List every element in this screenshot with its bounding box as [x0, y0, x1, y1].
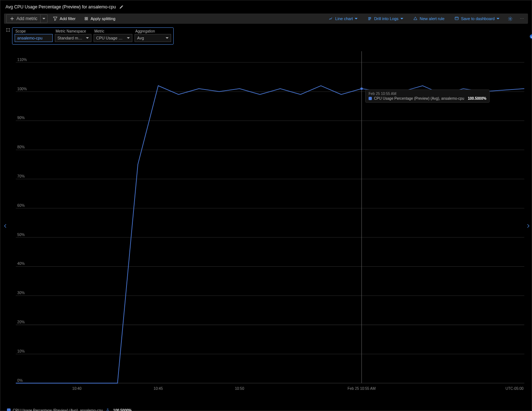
aggregation-label: Aggregation [135, 29, 171, 33]
svg-text:10:50: 10:50 [235, 387, 245, 391]
metric-label: Metric [94, 29, 132, 33]
svg-text:10%: 10% [17, 349, 24, 353]
svg-text:10:45: 10:45 [154, 387, 163, 391]
add-metric-button[interactable]: Add metric [6, 14, 48, 23]
pin-icon[interactable] [105, 408, 110, 411]
namespace-value: Standard metrics [57, 36, 84, 40]
toolbar: Add metric Add filter Apply splitting Li… [4, 14, 528, 24]
chart-type-dropdown[interactable]: Line chart [325, 15, 361, 23]
svg-text:0%: 0% [17, 378, 23, 383]
namespace-label: Metric Namespace [55, 29, 91, 33]
legend-swatch [7, 408, 11, 411]
svg-point-36 [361, 87, 363, 90]
hover-tooltip: Feb 25 10:55 AM CPU Usage Percentage (Pr… [365, 90, 490, 103]
scope-select[interactable]: ansalemo-cpu [15, 34, 53, 42]
svg-text:80%: 80% [17, 145, 24, 149]
metric-selector-box: Scope ansalemo-cpu Metric Namespace Stan… [12, 27, 174, 45]
apply-splitting-label: Apply splitting [91, 16, 116, 21]
metric-selector-row: Scope ansalemo-cpu Metric Namespace Stan… [5, 27, 528, 45]
plus-icon [10, 16, 15, 21]
confirm-icon[interactable] [529, 34, 532, 39]
chevron-down-icon [127, 37, 130, 39]
pencil-icon[interactable] [119, 4, 124, 9]
logs-icon [367, 16, 372, 21]
svg-text:10:40: 10:40 [72, 387, 82, 391]
svg-point-6 [530, 34, 532, 39]
legend[interactable]: CPU Usage Percentage (Preview) (Avg), an… [7, 408, 528, 411]
ellipsis-icon: ⋯ [519, 16, 524, 21]
aggregation-select[interactable]: Avg [135, 34, 171, 42]
save-dashboard-dropdown[interactable]: Save to dashboard [451, 15, 502, 23]
save-dashboard-label: Save to dashboard [461, 16, 495, 21]
filter-icon [53, 16, 58, 21]
metrics-panel: Avg CPU Usage Percentage (Preview) for a… [0, 0, 532, 411]
svg-rect-0 [455, 17, 458, 20]
apply-splitting-button[interactable]: Apply splitting [81, 15, 118, 23]
chevron-down-icon [497, 18, 499, 19]
split-icon [84, 16, 89, 21]
drill-logs-dropdown[interactable]: Drill into Logs [364, 15, 406, 23]
add-metric-label: Add metric [16, 16, 37, 21]
chevron-down-icon [42, 18, 45, 19]
pin-icon [454, 16, 459, 21]
add-filter-label: Add filter [60, 16, 75, 21]
tooltip-time: Feb 25 10:55 AM [369, 92, 486, 96]
chart-area[interactable]: 0%10%20%30%40%50%60%70%80%90%100%110%10:… [5, 47, 528, 406]
svg-text:50%: 50% [17, 233, 24, 237]
resource-icon [5, 27, 12, 34]
next-time-button[interactable] [524, 222, 532, 231]
svg-text:90%: 90% [17, 116, 24, 120]
svg-text:UTC-05:00: UTC-05:00 [506, 387, 524, 391]
gear-icon [508, 16, 513, 21]
svg-text:110%: 110% [17, 58, 27, 62]
chart-title: Avg CPU Usage Percentage (Preview) for a… [5, 4, 116, 9]
metric-value: CPU Usage Percentag… [96, 36, 125, 40]
settings-button[interactable] [506, 15, 514, 23]
svg-text:Feb 25 10:55 AM: Feb 25 10:55 AM [347, 387, 376, 391]
legend-value: 100.5000% [113, 408, 132, 411]
svg-text:60%: 60% [17, 203, 24, 208]
chevron-down-icon [166, 37, 169, 39]
metric-select[interactable]: CPU Usage Percentag… [94, 34, 132, 42]
scope-value: ansalemo-cpu [17, 36, 42, 40]
prev-time-button[interactable] [2, 222, 9, 231]
new-alert-label: New alert rule [420, 16, 445, 21]
add-filter-button[interactable]: Add filter [50, 15, 78, 23]
tooltip-series: CPU Usage Percentage (Preview) (Avg), an… [374, 96, 464, 100]
aggregation-value: Avg [137, 36, 144, 40]
svg-text:20%: 20% [17, 320, 24, 324]
chart-type-label: Line chart [335, 16, 353, 21]
chevron-down-icon [355, 18, 358, 19]
namespace-select[interactable]: Standard metrics [55, 34, 91, 42]
drill-logs-label: Drill into Logs [374, 16, 399, 21]
svg-text:100%: 100% [17, 87, 27, 91]
title-row: Avg CPU Usage Percentage (Preview) for a… [0, 0, 532, 12]
svg-text:30%: 30% [17, 291, 24, 295]
tooltip-value: 100.5000% [468, 96, 486, 100]
more-button[interactable]: ⋯ [518, 15, 526, 23]
tooltip-swatch [369, 97, 372, 100]
new-alert-button[interactable]: New alert rule [410, 15, 448, 23]
scope-label: Scope [15, 29, 53, 33]
svg-text:70%: 70% [17, 174, 24, 178]
chevron-down-icon [400, 18, 403, 19]
svg-point-1 [509, 18, 511, 19]
svg-text:40%: 40% [17, 262, 24, 266]
add-metric-dropdown[interactable] [41, 15, 47, 23]
line-chart-icon [328, 16, 333, 21]
legend-series: CPU Usage Percentage (Preview) (Avg), an… [13, 408, 103, 411]
chevron-down-icon [86, 37, 89, 39]
alert-icon [413, 16, 418, 21]
